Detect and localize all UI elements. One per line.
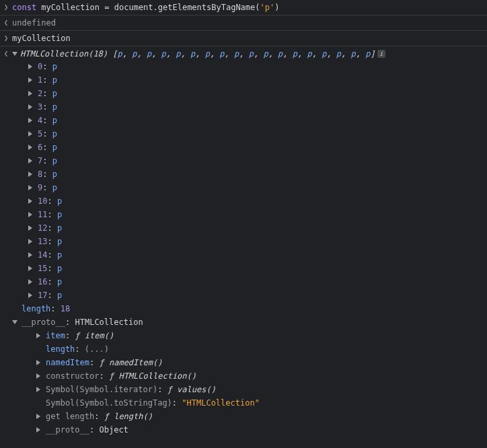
array-preview-item[interactable]: p bbox=[118, 49, 122, 59]
console-input-code[interactable]: myCollection bbox=[11, 32, 484, 44]
disclosure-triangle-right-icon[interactable] bbox=[28, 252, 32, 258]
index-entry[interactable]: 14: p bbox=[28, 248, 484, 262]
index-entry[interactable]: 7: p bbox=[28, 154, 484, 167]
index-entry[interactable]: 0: p bbox=[28, 60, 484, 73]
index-entry[interactable]: 5: p bbox=[28, 127, 484, 141]
index-entry[interactable]: 13: p bbox=[28, 235, 484, 248]
console-input-row: ❯ const myCollection = document.getEleme… bbox=[0, 0, 487, 15]
disclosure-triangle-right-icon[interactable] bbox=[28, 145, 32, 150]
disclosure-triangle-right-icon[interactable] bbox=[36, 333, 40, 338]
index-entry[interactable]: 3: p bbox=[28, 100, 484, 114]
proto-symbol-iterator[interactable]: Symbol(Symbol.iterator): ƒ values() bbox=[36, 383, 484, 396]
array-preview-item[interactable]: p bbox=[205, 49, 210, 59]
object-summary[interactable]: HTMLCollection(18) [p, p, p, p, p, p, p,… bbox=[12, 48, 484, 60]
disclosure-triangle-right-icon[interactable] bbox=[28, 131, 32, 137]
index-entry[interactable]: 17: p bbox=[28, 289, 484, 302]
disclosure-triangle-right-icon[interactable] bbox=[36, 387, 40, 392]
disclosure-triangle-right-icon[interactable] bbox=[28, 118, 32, 123]
disclosure-triangle-right-icon[interactable] bbox=[28, 279, 32, 285]
array-preview-item[interactable]: p bbox=[176, 49, 180, 59]
proto-namedItem[interactable]: namedItem: ƒ namedItem() bbox=[36, 356, 484, 369]
console-output-row: ❮ undefined bbox=[0, 15, 487, 31]
proto-entry[interactable]: __proto__: HTMLCollection bbox=[12, 315, 484, 329]
disclosure-triangle-right-icon[interactable] bbox=[28, 64, 32, 69]
disclosure-triangle-right-icon[interactable] bbox=[28, 225, 32, 231]
console-input-row: ❯ myCollection bbox=[0, 31, 487, 46]
disclosure-triangle-down-icon[interactable] bbox=[12, 320, 17, 324]
proto-length[interactable]: length: (...) bbox=[36, 342, 484, 356]
index-entry[interactable]: 10: p bbox=[28, 194, 484, 208]
disclosure-triangle-right-icon[interactable] bbox=[28, 104, 32, 110]
disclosure-triangle-right-icon[interactable] bbox=[28, 158, 32, 163]
proto-item[interactable]: item: ƒ item() bbox=[36, 329, 484, 342]
keyword-const: const bbox=[12, 3, 36, 12]
disclosure-triangle-right-icon[interactable] bbox=[36, 360, 40, 365]
index-entry[interactable]: 11: p bbox=[28, 208, 484, 221]
prompt-input-icon: ❯ bbox=[1, 32, 11, 44]
proto-body: item: ƒ item() length: (...) namedItem: … bbox=[12, 329, 484, 437]
prompt-output-icon: ❮ bbox=[1, 17, 11, 29]
array-preview-item[interactable]: p bbox=[161, 49, 166, 59]
disclosure-triangle-right-icon[interactable] bbox=[36, 373, 40, 379]
array-preview-item[interactable]: p bbox=[293, 49, 297, 59]
disclosure-triangle-right-icon[interactable] bbox=[28, 266, 32, 271]
proto-constructor[interactable]: constructor: ƒ HTMLCollection() bbox=[36, 369, 484, 383]
array-preview-item[interactable]: p bbox=[219, 49, 224, 59]
length-entry[interactable]: length: 18 bbox=[12, 302, 484, 315]
undefined-value: undefined bbox=[11, 17, 484, 29]
array-preview-item[interactable]: p bbox=[307, 49, 311, 59]
index-entry[interactable]: 15: p bbox=[28, 262, 484, 275]
index-entry[interactable]: 16: p bbox=[28, 275, 484, 289]
console-result-row: ❮ HTMLCollection(18) [p, p, p, p, p, p, … bbox=[0, 46, 487, 438]
index-entry[interactable]: 8: p bbox=[28, 167, 484, 181]
array-preview-item[interactable]: p bbox=[336, 49, 341, 59]
index-entry[interactable]: 4: p bbox=[28, 114, 484, 127]
console-input-code[interactable]: const myCollection = document.getElement… bbox=[11, 1, 484, 13]
object-entries: 0: p1: p2: p3: p4: p5: p6: p7: p8: p9: p… bbox=[12, 60, 484, 302]
disclosure-triangle-right-icon[interactable] bbox=[28, 198, 32, 204]
prompt-output-icon: ❮ bbox=[1, 48, 11, 60]
proto-get-length[interactable]: get length: ƒ length() bbox=[36, 410, 484, 423]
proto-proto[interactable]: __proto__: Object bbox=[36, 423, 484, 437]
disclosure-triangle-right-icon[interactable] bbox=[28, 239, 32, 244]
index-entry[interactable]: 2: p bbox=[28, 87, 484, 100]
disclosure-triangle-right-icon[interactable] bbox=[36, 427, 40, 433]
disclosure-triangle-right-icon[interactable] bbox=[28, 172, 32, 177]
array-preview-item[interactable]: p bbox=[263, 49, 268, 59]
disclosure-triangle-right-icon[interactable] bbox=[28, 77, 32, 83]
disclosure-triangle-right-icon[interactable] bbox=[28, 91, 32, 96]
array-preview-item[interactable]: p bbox=[249, 49, 254, 59]
index-entry[interactable]: 6: p bbox=[28, 141, 484, 154]
disclosure-triangle-right-icon[interactable] bbox=[28, 185, 32, 190]
disclosure-triangle-right-icon[interactable] bbox=[28, 212, 32, 217]
info-badge-icon[interactable]: i bbox=[377, 50, 385, 58]
index-entry[interactable]: 12: p bbox=[28, 221, 484, 235]
index-entry[interactable]: 1: p bbox=[28, 73, 484, 87]
disclosure-triangle-down-icon[interactable] bbox=[12, 52, 17, 56]
disclosure-triangle-right-icon[interactable] bbox=[28, 293, 32, 298]
index-entry[interactable]: 9: p bbox=[28, 181, 484, 194]
disclosure-triangle-right-icon[interactable] bbox=[36, 414, 40, 419]
proto-symbol-toStringTag[interactable]: Symbol(Symbol.toStringTag): "HTMLCollect… bbox=[36, 396, 484, 410]
array-preview-item[interactable]: p bbox=[351, 49, 356, 59]
identifier-myCollection: myCollection bbox=[41, 3, 100, 12]
prompt-input-icon: ❯ bbox=[1, 1, 11, 13]
